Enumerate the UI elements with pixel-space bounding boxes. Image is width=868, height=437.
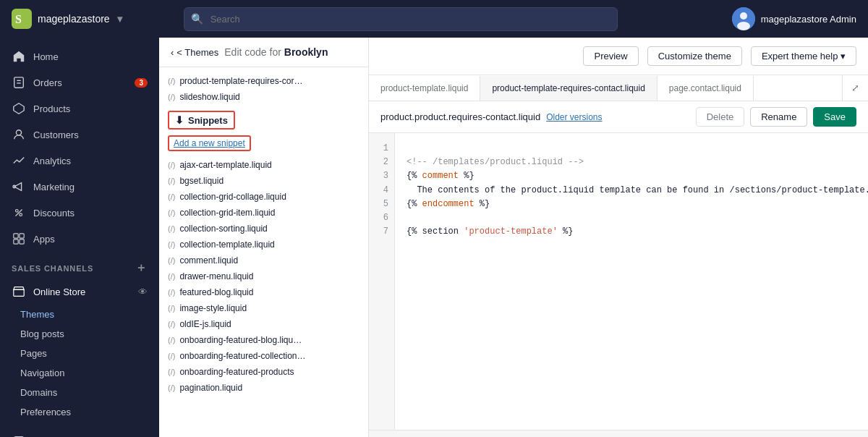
snippet-file-10[interactable]: (/) oldIE-js.liquid [159,316,368,332]
snippet-name-14: pagination.liquid [179,383,242,393]
sales-channels-label: SALES CHANNELS [12,264,93,273]
sidebar-item-home[interactable]: Home [0,43,159,69]
customize-theme-button[interactable]: Customize theme [647,46,742,66]
snippets-label: Snippets [188,115,228,126]
snippet-name-10: oldIE-js.liquid [179,319,231,329]
snippet-name-12: onboarding-featured-collection… [179,351,305,361]
sidebar-sub-item-themes[interactable]: Themes [0,305,159,324]
editor-horizontal-scrollbar[interactable] [369,430,868,437]
sidebar-item-apps[interactable]: Apps [0,226,159,252]
shopify-logo[interactable]: S mageplazastore ▾ [12,9,122,29]
snippet-file-5[interactable]: (/) collection-template.liquid [159,237,368,253]
sidebar-nav: Home Orders 3 Products Customers [0,38,159,437]
admin-name-label: mageplazastore Admin [761,14,856,25]
sidebar-item-discounts[interactable]: Discounts [0,200,159,226]
store-chevron-icon[interactable]: ▾ [117,13,122,25]
eye-icon[interactable]: 👁 [138,287,148,297]
file-dot-icon: (/) [168,368,175,376]
snippet-file-7[interactable]: (/) drawer-menu.liquid [159,268,368,284]
tab-product-template-requires-contact[interactable]: product-template-requires-contact.liquid [480,76,657,101]
file-dot-icon: (/) [168,93,175,101]
add-snippet-link[interactable]: Add a new snippet [159,132,368,157]
snippet-name-5: collection-template.liquid [179,239,274,250]
code-line-6: {% section 'product-template' %} [407,226,573,237]
search-input[interactable] [184,7,618,31]
sidebar-item-orders[interactable]: Orders 3 [0,69,159,96]
code-content[interactable]: <!-- /templates/product.liquid --> {% co… [395,133,868,430]
sidebar-sub-item-domains[interactable]: Domains [0,383,159,402]
rename-button[interactable]: Rename [750,107,807,127]
file-dot-icon: (/) [168,240,175,249]
sidebar-customers-label: Customers [33,130,79,140]
sidebar-item-online-store[interactable]: Online Store 👁 [0,279,159,305]
tab-page-contact[interactable]: page.contact.liquid [658,76,754,101]
svg-rect-15 [20,234,24,238]
snippet-name-2: collection-grid-collage.liquid [179,192,286,202]
discounts-icon [12,205,26,220]
code-editor[interactable]: 1 2 3 4 5 6 7 <!-- /templates/product.li… [369,133,868,430]
file-dot-icon: (/) [168,224,175,233]
snippet-file-6[interactable]: (/) comment.liquid [159,253,368,268]
file-dot-icon: (/) [168,336,175,344]
snippet-file-3[interactable]: (/) collection-grid-item.liquid [159,205,368,221]
svg-rect-14 [14,234,18,238]
snippet-file-2[interactable]: (/) collection-grid-collage.liquid [159,189,368,205]
snippets-folder-icon: ⬇ [175,114,184,126]
sidebar-item-analytics[interactable]: Analytics [0,148,159,174]
add-sales-channel-button[interactable]: ＋ [135,260,148,276]
preferences-label: Preferences [20,407,71,417]
snippet-file-1[interactable]: (/) bgset.liquid [159,173,368,189]
editor-area: Preview Customize theme Expert theme hel… [369,38,868,437]
sidebar-item-pos[interactable]: Point of Sale [0,428,159,437]
code-line-1: <!-- /templates/product.liquid --> [407,157,584,167]
breadcrumb-back-button[interactable]: ‹ < Themes [171,47,218,58]
svg-text:S: S [15,13,22,25]
svg-point-3 [740,12,747,20]
snippet-file-8[interactable]: (/) featured-blog.liquid [159,284,368,300]
svg-rect-17 [20,239,24,244]
sidebar-item-marketing[interactable]: Marketing [0,174,159,200]
expert-theme-help-button[interactable]: Expert theme help ▾ [751,46,856,66]
svg-line-13 [16,210,22,216]
sidebar-sub-item-pages[interactable]: Pages [0,344,159,363]
snippet-file-9[interactable]: (/) image-style.liquid [159,300,368,316]
file-dot-icon: (/) [168,77,175,85]
preview-button[interactable]: Preview [583,46,638,66]
pos-icon [12,433,26,437]
sidebar-sub-item-navigation[interactable]: Navigation [0,363,159,383]
file-name-0: product-template-requires-cor… [179,76,302,86]
snippet-name-7: drawer-menu.liquid [179,271,253,281]
snippet-name-4: collection-sorting.liquid [179,224,267,234]
editor-top-actions: Preview Customize theme Expert theme hel… [369,38,868,75]
file-item-1[interactable]: (/) slideshow.liquid [159,89,368,105]
svg-marker-8 [14,103,24,114]
back-chevron-icon: ‹ [171,47,174,58]
tab-product-template[interactable]: product-template.liquid [369,76,480,101]
navigation-label: Navigation [20,368,64,378]
code-line-2: {% comment %} [407,171,475,181]
marketing-icon [12,179,26,194]
edit-code-label: Edit code for Brooklyn [224,46,328,58]
snippet-file-11[interactable]: (/) onboarding-featured-blog.liqu… [159,332,368,348]
expand-icon[interactable]: ⤢ [842,75,868,101]
file-item-0[interactable]: (/) product-template-requires-cor… [159,73,368,89]
snippet-name-11: onboarding-featured-blog.liqu… [179,335,302,345]
file-tree: (/) product-template-requires-cor… (/) s… [159,67,368,437]
older-versions-link[interactable]: Older versions [546,112,602,122]
home-icon [12,49,26,64]
snippet-file-14[interactable]: (/) pagination.liquid [159,380,368,396]
delete-button[interactable]: Delete [696,107,745,127]
snippet-file-4[interactable]: (/) collection-sorting.liquid [159,221,368,237]
sidebar-sub-item-blog-posts[interactable]: Blog posts [0,324,159,344]
line-number-4: 4 [375,184,388,198]
save-button[interactable]: Save [813,107,856,127]
sidebar-item-products[interactable]: Products [0,96,159,122]
snippet-name-13: onboarding-featured-products [179,367,294,377]
snippet-file-12[interactable]: (/) onboarding-featured-collection… [159,348,368,364]
snippet-file-0[interactable]: (/) ajax-cart-template.liquid [159,157,368,173]
svg-rect-16 [14,239,18,244]
snippet-file-13[interactable]: (/) onboarding-featured-products [159,364,368,380]
line-number-1: 1 [375,142,388,156]
sidebar-sub-item-preferences[interactable]: Preferences [0,402,159,422]
sidebar-item-customers[interactable]: Customers [0,122,159,148]
